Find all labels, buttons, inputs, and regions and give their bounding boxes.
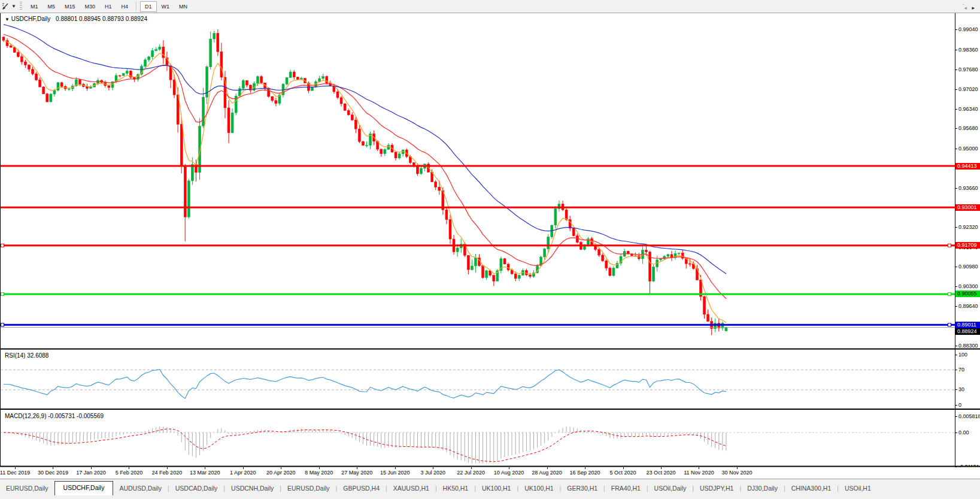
price-tick-mark (955, 188, 957, 189)
timeframe-button-m5[interactable]: M5 (43, 1, 60, 12)
price-tick-label: 0.95680 (958, 125, 978, 131)
rsi-line (4, 370, 726, 399)
symbol-tab-dj30-daily[interactable]: DJ30,Daily (741, 482, 784, 495)
date-label: 5 Feb 2020 (116, 470, 143, 476)
price-tick-label: 0.97020 (958, 86, 978, 92)
symbol-tab-uk100-h1[interactable]: UK100,H1 (518, 482, 559, 495)
chart-collapse-icon[interactable]: ▼ (5, 17, 10, 22)
level-handle (948, 323, 951, 326)
ma-slow-line (4, 25, 726, 274)
symbol-tab-eurusd-daily[interactable]: EURUSD,Daily (281, 482, 336, 495)
level-handle (1, 323, 4, 326)
symbol-tab-usoil-h1[interactable]: USOil,H1 (839, 482, 877, 495)
symbol-tab-usdjpy-h1[interactable]: USDJPY,H1 (694, 482, 739, 495)
date-label: 24 Feb 2020 (152, 470, 183, 476)
date-label: 27 May 2020 (341, 470, 372, 476)
rsi-tick-mark (955, 389, 957, 390)
date-label: 11 Nov 2020 (684, 470, 714, 476)
timeframe-group-2: D1W1MN (140, 1, 192, 12)
level-handle (1, 292, 4, 295)
date-tick-mark (243, 467, 244, 469)
date-tick-mark (357, 467, 357, 469)
timeframe-button-d1[interactable]: D1 (140, 1, 157, 12)
timeframe-button-h4[interactable]: H4 (117, 1, 134, 12)
price-tick-label: 0.92320 (958, 224, 978, 230)
symbol-tab-gbpusd-h4[interactable]: GBPUSD,H4 (337, 482, 386, 495)
price-tick-mark (955, 149, 957, 149)
date-axis[interactable]: 11 Dec 201930 Dec 201917 Jan 20205 Feb 2… (0, 467, 980, 479)
symbol-tab-usdcad-daily[interactable]: USDCAD,Daily (169, 482, 224, 495)
level-price-badge: 0.91709 (955, 242, 980, 249)
tab-scroll-left-icon[interactable]: ◂ (964, 5, 967, 11)
timeframe-button-m15[interactable]: M15 (60, 1, 80, 12)
price-tick-mark (955, 346, 957, 346)
price-tick-mark (955, 128, 957, 129)
price-tick-label: 0.96340 (958, 106, 978, 112)
rsi-tick-label: 30 (958, 386, 964, 392)
symbol-tab-ger30-h1[interactable]: GER30,H1 (561, 482, 603, 495)
level-price-badge: 0.90055 (955, 291, 980, 297)
price-tick-mark (955, 109, 957, 110)
date-tick-mark (53, 467, 53, 469)
symbol-tab-usdcnh-daily[interactable]: USDCNH,Daily (225, 482, 280, 495)
price-tick-mark (955, 69, 957, 70)
price-tick-mark (955, 286, 957, 287)
date-tick-mark (15, 467, 16, 469)
timeframe-button-m1[interactable]: M1 (26, 1, 43, 12)
date-tick-mark (129, 467, 129, 469)
date-tick-mark (509, 467, 509, 469)
date-tick-mark (737, 467, 738, 469)
level-price-badge: 0.93001 (955, 204, 980, 211)
date-label: 11 Dec 2019 (0, 470, 30, 476)
rsi-tick-label: 0 (958, 402, 961, 408)
cursor-tool-icon[interactable] (1, 2, 10, 11)
chart-title[interactable]: ▼ USDCHF,Daily 0.88801 0.88945 0.88793 0… (5, 16, 147, 22)
date-tick-mark (433, 467, 433, 469)
date-tick-mark (585, 467, 585, 469)
symbol-tab-fra40-h1[interactable]: FRA40,H1 (605, 482, 647, 495)
application-window: ▼ M1M5M15M30H1H4 D1W1MN ▴ ▼ USDCHF,Daily… (0, 0, 980, 499)
timeframe-button-m30[interactable]: M30 (80, 1, 100, 12)
rsi-tick-mark (955, 405, 957, 406)
symbol-tab-audusd-daily[interactable]: AUDUSD,Daily (113, 482, 168, 495)
macd-tick-mark (955, 416, 957, 417)
symbol-tab-uk100-h1[interactable]: UK100,H1 (476, 482, 517, 495)
toolbar-grip[interactable] (20, 2, 22, 11)
date-label: 15 Jun 2020 (380, 470, 410, 476)
tab-scroll-right-icon[interactable]: ▸ (972, 5, 975, 11)
date-tick-mark (699, 467, 699, 469)
level-handle (948, 244, 951, 247)
symbol-tab-xauusd-h1[interactable]: XAUUSD,H1 (387, 482, 435, 495)
cursor-tool-dropdown-caret[interactable]: ▼ (11, 0, 16, 13)
rsi-tick-mark (955, 355, 957, 355)
price-tick-label: 0.98360 (958, 47, 978, 53)
price-tick-label: 0.90300 (958, 283, 978, 289)
date-label: 10 Aug 2020 (494, 470, 524, 476)
timeframe-button-h1[interactable]: H1 (100, 1, 117, 12)
price-tick-mark (955, 267, 957, 267)
price-tick-label: 0.89640 (958, 303, 978, 309)
symbol-tab-hk50-h1[interactable]: HK50,H1 (437, 482, 475, 495)
timeframe-button-w1[interactable]: W1 (157, 1, 175, 12)
timeframe-button-mn[interactable]: MN (174, 1, 192, 12)
date-tick-mark (471, 467, 472, 469)
level-price-badge: 0.89011 (955, 322, 980, 328)
symbol-tab-eurusd-daily[interactable]: EURUSD,Daily (0, 482, 54, 495)
symbol-tab-china300-h1[interactable]: CHINA300,H1 (785, 482, 838, 495)
price-chart-svg[interactable] (0, 13, 980, 467)
macd-label: MACD(12,26,9) -0.005731 -0.005569 (5, 413, 104, 419)
current-price-badge: 0.88924 (955, 328, 980, 335)
symbol-tab-bar: EURUSD,DailyUSDCHF,DailyAUDUSD,Daily|USD… (0, 479, 980, 499)
date-tick-mark (547, 467, 548, 469)
macd-histogram (4, 427, 726, 464)
date-label: 23 Oct 2020 (646, 470, 675, 476)
date-tick-mark (395, 467, 396, 469)
date-label: 30 Dec 2019 (38, 470, 68, 476)
level-handle (1, 244, 4, 247)
symbol-tab-usdchf-daily[interactable]: USDCHF,Daily (54, 481, 114, 495)
toolbar-separator (136, 2, 137, 11)
price-tick-mark (955, 50, 957, 50)
rsi-label: RSI(14) 32.6088 (5, 352, 48, 359)
symbol-tab-usoil-daily[interactable]: USOil,Daily (648, 482, 693, 495)
date-label: 22 Jul 2020 (457, 470, 485, 476)
